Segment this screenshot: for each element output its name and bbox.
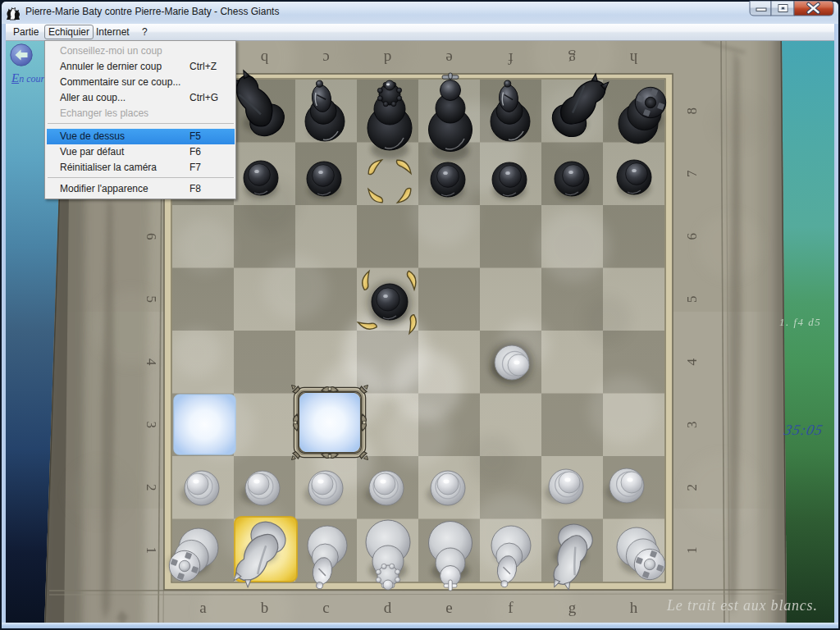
- svg-text:2: 2: [684, 484, 700, 491]
- svg-text:5: 5: [144, 296, 159, 304]
- svg-text:b: b: [261, 599, 269, 616]
- svg-text:1. f4 d5: 1. f4 d5: [779, 316, 821, 328]
- svg-text:6: 6: [144, 233, 159, 240]
- svg-text:e: e: [445, 599, 452, 616]
- svg-text:c: c: [322, 599, 329, 616]
- svg-text:4: 4: [144, 358, 159, 366]
- svg-text:1: 1: [684, 547, 700, 555]
- svg-text:5: 5: [684, 296, 700, 304]
- svg-text:h: h: [630, 599, 638, 616]
- svg-text:g: g: [568, 599, 577, 616]
- svg-text:a: a: [199, 599, 207, 616]
- svg-text:3: 3: [144, 422, 159, 429]
- svg-text:7: 7: [684, 170, 700, 177]
- svg-text:f: f: [508, 599, 514, 616]
- svg-text:6: 6: [684, 233, 700, 240]
- svg-text:c: c: [322, 50, 329, 67]
- svg-text:e: e: [445, 50, 452, 67]
- svg-text:h: h: [629, 50, 637, 67]
- svg-text:2: 2: [144, 484, 159, 491]
- svg-text:d: d: [383, 50, 391, 67]
- svg-text:Le trait est aux blancs.: Le trait est aux blancs.: [666, 597, 818, 614]
- svg-text:d: d: [384, 599, 392, 616]
- svg-text:4: 4: [684, 358, 700, 365]
- svg-text:g: g: [568, 50, 576, 67]
- svg-text:b: b: [261, 50, 269, 67]
- svg-text:8: 8: [684, 107, 700, 115]
- svg-text:3: 3: [684, 422, 700, 429]
- svg-text:f: f: [508, 50, 514, 67]
- svg-text:35:05: 35:05: [782, 422, 824, 438]
- svg-text:1: 1: [144, 547, 159, 555]
